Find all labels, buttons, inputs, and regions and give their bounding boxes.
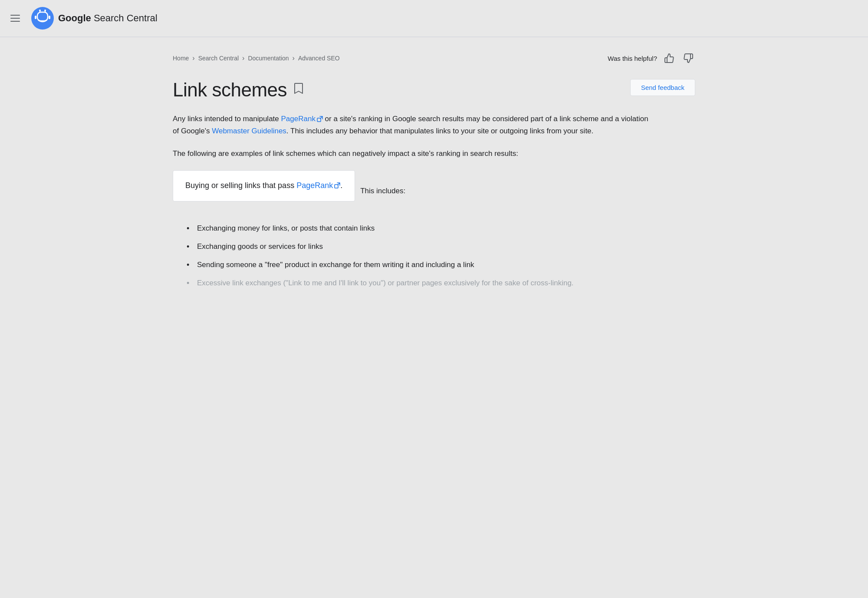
svg-rect-3	[37, 12, 48, 21]
main-content: Home › Search Central › Documentation › …	[152, 37, 716, 309]
intro-paragraph-2: The following are examples of link schem…	[173, 148, 650, 160]
svg-rect-6	[35, 16, 36, 19]
breadcrumb: Home › Search Central › Documentation › …	[173, 51, 695, 65]
highlight-row: Buying or selling links that pass PageRa…	[173, 170, 650, 212]
page-title: Link schemes	[173, 79, 287, 101]
thumbs-down-icon	[683, 53, 694, 63]
article-content: Any links intended to manipulate PageRan…	[173, 113, 650, 289]
external-link-icon-2	[334, 182, 340, 188]
page-title-container: Link schemes	[173, 79, 303, 101]
thumbs-up-icon	[664, 53, 674, 63]
webmaster-guidelines-link[interactable]: Webmaster Guidelines	[212, 127, 286, 135]
google-logo	[31, 7, 54, 30]
breadcrumb-sep-2: ›	[242, 54, 244, 62]
highlight-box-text: Buying or selling links that pass PageRa…	[185, 181, 342, 190]
list-item: Exchanging money for links, or posts tha…	[187, 222, 650, 235]
breadcrumb-home[interactable]: Home	[173, 55, 189, 62]
this-includes-text: This includes:	[360, 185, 405, 197]
list-item: Sending someone a "free" product in exch…	[187, 259, 650, 271]
site-header: Google Search Central	[0, 0, 868, 37]
breadcrumb-current: Advanced SEO	[298, 55, 340, 62]
menu-icon[interactable]	[10, 15, 20, 22]
breadcrumb-nav: Home › Search Central › Documentation › …	[173, 54, 340, 62]
external-link-icon-1	[317, 116, 323, 122]
page-header: Link schemes Send feedback	[173, 79, 695, 101]
highlight-box: Buying or selling links that pass PageRa…	[173, 170, 355, 202]
send-feedback-button[interactable]: Send feedback	[630, 79, 695, 96]
bookmark-icon[interactable]	[294, 83, 303, 97]
breadcrumb-sep-1: ›	[192, 54, 194, 62]
breadcrumb-documentation[interactable]: Documentation	[248, 55, 289, 62]
list-item-faded: Excessive link exchanges ("Link to me an…	[187, 277, 650, 289]
thumbs-up-button[interactable]	[662, 51, 676, 65]
pagerank-link-1[interactable]: PageRank	[281, 115, 323, 123]
bullet-list: Exchanging money for links, or posts tha…	[187, 222, 650, 289]
intro-paragraph-1: Any links intended to manipulate PageRan…	[173, 113, 650, 137]
site-title: Google Search Central	[58, 13, 158, 24]
helpful-section: Was this helpful?	[608, 51, 695, 65]
breadcrumb-sep-3: ›	[293, 54, 295, 62]
svg-rect-7	[49, 16, 50, 19]
thumbs-down-button[interactable]	[681, 51, 695, 65]
helpful-text: Was this helpful?	[608, 55, 657, 62]
svg-point-4	[39, 10, 41, 11]
header-logo: Google Search Central	[10, 7, 158, 30]
svg-point-5	[44, 10, 46, 11]
pagerank-link-2[interactable]: PageRank	[296, 181, 340, 190]
list-item: Exchanging goods or services for links	[187, 241, 650, 253]
breadcrumb-search-central[interactable]: Search Central	[198, 55, 239, 62]
